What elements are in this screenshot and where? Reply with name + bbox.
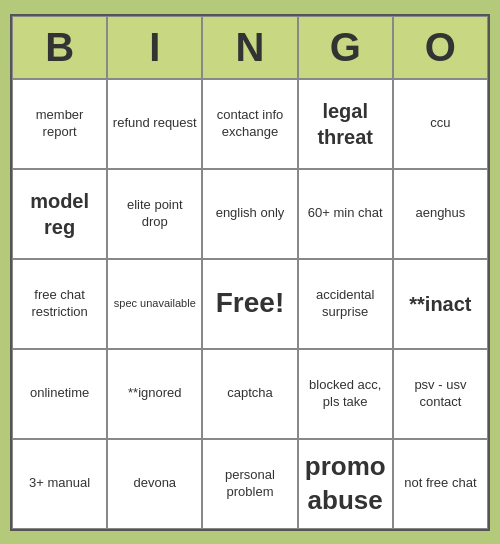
header-letter: I: [107, 16, 202, 79]
bingo-cell: ccu: [393, 79, 488, 169]
header-letter: B: [12, 16, 107, 79]
header-letter: N: [202, 16, 297, 79]
bingo-cell: accidental surprise: [298, 259, 393, 349]
bingo-cell: member report: [12, 79, 107, 169]
bingo-cell: Free!: [202, 259, 297, 349]
bingo-cell: free chat restriction: [12, 259, 107, 349]
bingo-cell: aenghus: [393, 169, 488, 259]
bingo-cell: not free chat: [393, 439, 488, 529]
bingo-cell: captcha: [202, 349, 297, 439]
bingo-card: BINGO member reportrefund requestcontact…: [10, 14, 490, 531]
bingo-cell: contact info exchange: [202, 79, 297, 169]
bingo-cell: **inact: [393, 259, 488, 349]
bingo-cell: onlinetime: [12, 349, 107, 439]
bingo-cell: legal threat: [298, 79, 393, 169]
bingo-cell: personal problem: [202, 439, 297, 529]
bingo-header: BINGO: [12, 16, 488, 79]
bingo-cell: **ignored: [107, 349, 202, 439]
bingo-cell: psv - usv contact: [393, 349, 488, 439]
bingo-cell: blocked acc, pls take: [298, 349, 393, 439]
header-letter: G: [298, 16, 393, 79]
header-letter: O: [393, 16, 488, 79]
bingo-cell: elite point drop: [107, 169, 202, 259]
bingo-cell: devona: [107, 439, 202, 529]
bingo-cell: 3+ manual: [12, 439, 107, 529]
bingo-grid: member reportrefund requestcontact info …: [12, 79, 488, 529]
bingo-cell: 60+ min chat: [298, 169, 393, 259]
bingo-cell: refund request: [107, 79, 202, 169]
bingo-cell: model reg: [12, 169, 107, 259]
bingo-cell: promo abuse: [298, 439, 393, 529]
bingo-cell: english only: [202, 169, 297, 259]
bingo-cell: spec unavailable: [107, 259, 202, 349]
